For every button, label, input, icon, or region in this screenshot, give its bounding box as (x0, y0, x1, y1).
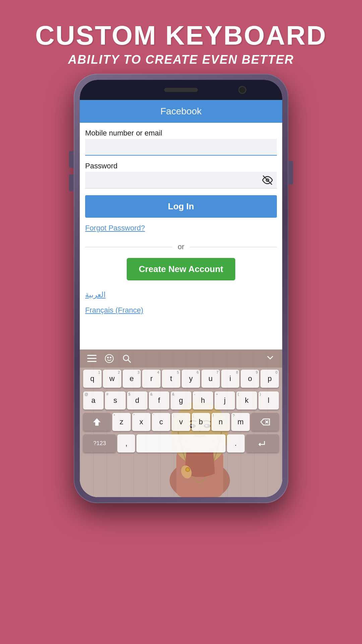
key-8[interactable]: i8 (221, 370, 240, 388)
phone-device: Facebook Mobile number or email Password (74, 74, 288, 510)
hamburger-menu-icon[interactable] (86, 353, 97, 364)
key-f[interactable]: f& (149, 391, 169, 410)
key-2[interactable]: w2 (103, 370, 121, 388)
divider-line-left (85, 247, 172, 247)
keyboard-toolbar-left (86, 353, 132, 364)
comma-key[interactable]: , (117, 434, 135, 452)
key-9[interactable]: o9 (241, 370, 259, 388)
key-d[interactable]: d$ (127, 391, 147, 410)
numbers-toggle-key[interactable]: ?123 (83, 434, 116, 452)
key-v[interactable]: v: (172, 413, 190, 431)
shift-key[interactable] (83, 413, 111, 431)
svg-point-17 (110, 357, 111, 358)
keyboard-row-3: z* x" c' v: b; n! m? (80, 411, 282, 433)
phone-camera (239, 87, 245, 93)
key-j[interactable]: j+ (215, 391, 235, 410)
create-account-button[interactable]: Create New Account (127, 258, 235, 280)
period-key[interactable]: . (227, 434, 245, 452)
key-1[interactable]: q1 (83, 370, 102, 388)
key-l[interactable]: l) (258, 391, 279, 410)
key-a[interactable]: a@ (83, 391, 104, 410)
key-s[interactable]: s# (105, 391, 125, 410)
keyboard-hide-icon[interactable] (265, 353, 276, 364)
app-subtitle: ABILITY TO CREATE EVEN BETTER (0, 53, 362, 67)
key-b[interactable]: b; (192, 413, 210, 431)
key-h[interactable]: h- (193, 391, 213, 410)
search-icon[interactable] (121, 353, 132, 364)
svg-rect-13 (87, 358, 97, 359)
or-divider: or (85, 243, 277, 251)
phone-top-bar (80, 80, 282, 100)
french-language-link[interactable]: Français (France) (85, 303, 277, 318)
emoji-icon[interactable] (104, 353, 115, 364)
svg-point-16 (108, 357, 109, 358)
svg-rect-12 (87, 355, 97, 356)
phone-speaker (164, 88, 198, 92)
login-button[interactable]: Log In (85, 195, 277, 218)
facebook-login-form: Mobile number or email Password Log In F… (80, 123, 282, 318)
svg-line-19 (128, 360, 131, 363)
key-c[interactable]: c' (152, 413, 170, 431)
phone-screen: Facebook Mobile number or email Password (80, 80, 282, 497)
key-z[interactable]: z* (112, 413, 131, 431)
svg-point-18 (123, 355, 129, 361)
password-visibility-toggle[interactable] (261, 174, 274, 186)
password-input[interactable] (85, 172, 277, 189)
key-3[interactable]: e3 (123, 370, 141, 388)
key-k[interactable]: k( (236, 391, 257, 410)
email-input[interactable] (85, 139, 277, 156)
keyboard-numbers-row: q1 w2 e3 r4 t5 y6 u7 i8 o9 p0 (80, 368, 282, 390)
enter-key[interactable] (246, 434, 279, 452)
svg-rect-14 (87, 361, 97, 362)
arabic-language-link[interactable]: العربية (85, 287, 277, 303)
forgot-password-link[interactable]: Forgot Password? (85, 218, 277, 236)
svg-marker-20 (93, 418, 101, 426)
custom-keyboard: q1 w2 e3 r4 t5 y6 u7 i8 o9 p0 a@ s# d$ f… (80, 350, 282, 497)
facebook-header: Facebook (80, 100, 282, 123)
key-n[interactable]: n! (212, 413, 230, 431)
key-g[interactable]: g& (171, 391, 191, 410)
key-x[interactable]: x" (132, 413, 150, 431)
key-7[interactable]: u7 (201, 370, 220, 388)
email-label: Mobile number or email (85, 123, 277, 139)
or-text: or (172, 243, 190, 251)
svg-point-15 (105, 355, 113, 363)
keyboard-bottom-row: ?123 , . (80, 433, 282, 454)
key-4[interactable]: r4 (142, 370, 161, 388)
password-wrapper (85, 172, 277, 189)
password-label: Password (85, 156, 277, 172)
volume-down-button (69, 174, 74, 191)
keyboard-row-2: a@ s# d$ f& g& h- j+ k( l) (80, 390, 282, 411)
key-0[interactable]: p0 (260, 370, 279, 388)
divider-line-right (190, 247, 277, 247)
key-m[interactable]: m? (231, 413, 250, 431)
app-title: CUSTOM KEYBOARD (0, 20, 362, 51)
delete-key[interactable] (251, 413, 279, 431)
key-6[interactable]: y6 (182, 370, 200, 388)
svg-line-1 (263, 176, 272, 185)
key-5[interactable]: t5 (162, 370, 180, 388)
keyboard-toolbar (80, 350, 282, 368)
power-button (288, 161, 293, 184)
volume-up-button (69, 151, 74, 168)
space-key[interactable] (136, 434, 225, 452)
